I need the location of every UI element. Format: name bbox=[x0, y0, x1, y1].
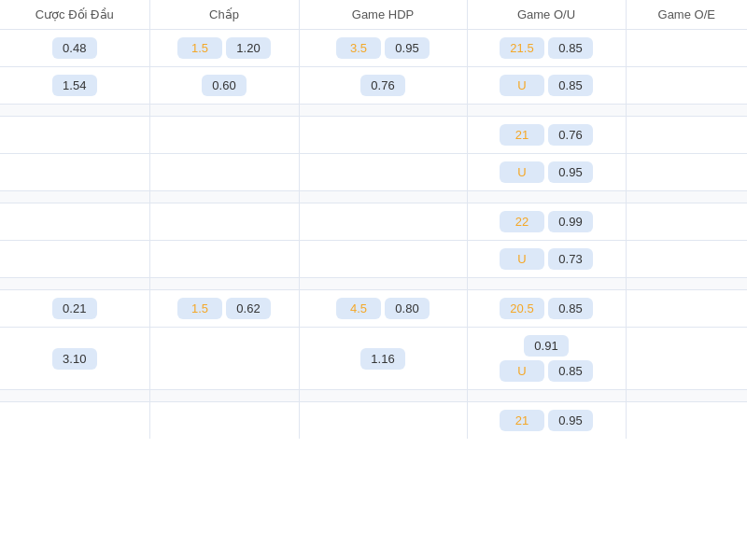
data-cell: 1.54 bbox=[0, 67, 149, 105]
value-chip: 0.85 bbox=[548, 37, 593, 59]
value-chip: 1.54 bbox=[52, 75, 97, 96]
empty-cell bbox=[149, 241, 299, 278]
empty-cell bbox=[0, 117, 149, 154]
empty-cell bbox=[299, 117, 467, 154]
empty-cell bbox=[626, 117, 747, 154]
value-chip: 0.62 bbox=[226, 298, 271, 319]
value-chip: 0.85 bbox=[548, 75, 593, 96]
empty-cell bbox=[149, 328, 299, 390]
value-chip: 0.60 bbox=[202, 75, 247, 96]
data-cell: 0.21 bbox=[0, 290, 149, 328]
empty-cell bbox=[149, 154, 299, 191]
value-chip: 1.16 bbox=[360, 348, 405, 370]
table-row: 210.95 bbox=[0, 402, 747, 440]
table-row: 0.481.51.203.50.9521.50.85 bbox=[0, 30, 747, 67]
section-divider bbox=[0, 191, 747, 203]
value-chip: 1.20 bbox=[226, 37, 271, 59]
data-cell: 0.76 bbox=[299, 67, 467, 105]
empty-cell bbox=[626, 290, 747, 328]
value-chip: 4.5 bbox=[336, 298, 381, 319]
value-chip: 1.5 bbox=[177, 298, 222, 319]
table-row: 220.99 bbox=[0, 203, 747, 241]
value-chip: U bbox=[500, 248, 544, 270]
table-row: U0.73 bbox=[0, 241, 747, 278]
empty-cell bbox=[0, 241, 149, 278]
data-cell: 210.76 bbox=[467, 117, 626, 154]
section-divider bbox=[0, 390, 747, 402]
table-row: U0.95 bbox=[0, 154, 747, 191]
data-cell: 0.48 bbox=[0, 30, 149, 67]
header-ou: Game O/U bbox=[467, 0, 626, 30]
table-row: 1.540.600.76U0.85 bbox=[0, 67, 747, 105]
empty-cell bbox=[299, 402, 467, 440]
empty-cell bbox=[299, 203, 467, 241]
value-chip: 0.95 bbox=[548, 161, 593, 183]
value-chip: 0.91 bbox=[524, 335, 569, 357]
data-cell: U0.85 bbox=[467, 67, 626, 105]
value-chip: 21.5 bbox=[500, 37, 544, 59]
data-cell: 1.51.20 bbox=[149, 30, 299, 67]
data-cell: 3.10 bbox=[0, 328, 149, 390]
table-row: 210.76 bbox=[0, 117, 747, 154]
empty-cell bbox=[626, 241, 747, 278]
empty-cell bbox=[299, 241, 467, 278]
value-chip: 0.73 bbox=[548, 248, 593, 270]
value-chip: 0.95 bbox=[548, 410, 593, 431]
value-chip: U bbox=[500, 360, 544, 382]
empty-cell bbox=[0, 203, 149, 241]
value-chip: 3.10 bbox=[52, 348, 97, 370]
value-chip: 1.5 bbox=[177, 37, 222, 59]
section-divider bbox=[0, 278, 747, 290]
table-row: 0.211.50.624.50.8020.50.85 bbox=[0, 290, 747, 328]
empty-cell bbox=[626, 67, 747, 105]
data-cell: 20.50.85 bbox=[467, 290, 626, 328]
data-cell: 3.50.95 bbox=[299, 30, 467, 67]
data-cell: U0.95 bbox=[467, 154, 626, 191]
value-chip: 0.85 bbox=[548, 360, 593, 382]
empty-cell bbox=[626, 328, 747, 390]
value-chip: 0.85 bbox=[548, 298, 593, 319]
value-chip: 0.99 bbox=[548, 211, 593, 232]
data-cell: 210.95 bbox=[467, 402, 626, 440]
value-chip: 0.80 bbox=[385, 298, 430, 319]
data-cell: 220.99 bbox=[467, 203, 626, 241]
empty-cell bbox=[626, 402, 747, 440]
data-cell: 4.50.80 bbox=[299, 290, 467, 328]
section-divider bbox=[0, 105, 747, 117]
value-chip: 22 bbox=[500, 211, 544, 232]
empty-cell bbox=[0, 402, 149, 440]
header-cuoc: Cược Đối Đầu bbox=[0, 0, 149, 30]
empty-cell bbox=[149, 402, 299, 440]
header-hdp: Game HDP bbox=[299, 0, 467, 30]
value-chip: U bbox=[500, 161, 544, 183]
data-cell: U0.73 bbox=[467, 241, 626, 278]
value-chip: 20.5 bbox=[500, 298, 544, 319]
table-row: 3.101.160.91U0.85 bbox=[0, 328, 747, 390]
data-cell: 1.16 bbox=[299, 328, 467, 390]
empty-cell bbox=[626, 30, 747, 67]
value-chip: 0.95 bbox=[385, 37, 430, 59]
value-chip: 0.76 bbox=[360, 75, 405, 96]
empty-cell bbox=[626, 154, 747, 191]
empty-cell bbox=[0, 154, 149, 191]
data-cell: 0.91U0.85 bbox=[467, 328, 626, 390]
empty-cell bbox=[149, 203, 299, 241]
data-cell: 1.50.62 bbox=[149, 290, 299, 328]
header-chap: Chấp bbox=[149, 0, 299, 30]
header-oe: Game O/E bbox=[626, 0, 747, 30]
empty-cell bbox=[149, 117, 299, 154]
value-chip: 0.76 bbox=[548, 124, 593, 146]
value-chip: 0.21 bbox=[52, 298, 97, 319]
empty-cell bbox=[626, 203, 747, 241]
value-chip: 21 bbox=[500, 124, 544, 146]
data-cell: 21.50.85 bbox=[467, 30, 626, 67]
data-cell: 0.60 bbox=[149, 67, 299, 105]
value-chip: 0.48 bbox=[52, 37, 97, 59]
value-chip: 3.5 bbox=[336, 37, 381, 59]
empty-cell bbox=[299, 154, 467, 191]
value-chip: U bbox=[500, 75, 544, 96]
value-chip: 21 bbox=[500, 410, 544, 431]
